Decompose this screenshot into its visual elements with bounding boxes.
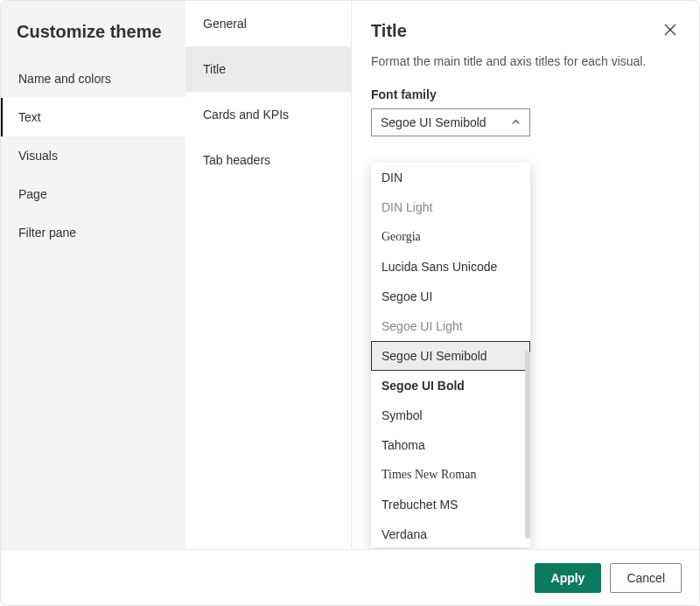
settings-panel: Title Format the main title and axis tit… (352, 1, 699, 549)
primary-nav-item[interactable]: Visuals (1, 136, 186, 175)
font-option[interactable]: Segoe UI (371, 282, 530, 311)
font-option[interactable]: Segoe UI Bold (371, 371, 530, 401)
panel-description: Format the main title and axis titles fo… (371, 54, 680, 68)
secondary-nav-item[interactable]: Tab headers (186, 137, 351, 183)
customize-theme-dialog: Customize theme Name and colorsTextVisua… (0, 0, 700, 606)
font-option[interactable]: Trebuchet MS (371, 490, 530, 519)
panel-heading: Title (371, 21, 407, 41)
dialog-footer: Apply Cancel (1, 549, 699, 605)
font-family-select[interactable]: Segoe UI Semibold (371, 108, 530, 136)
primary-nav-item[interactable]: Filter pane (1, 213, 186, 252)
dropdown-scrollbar[interactable] (525, 351, 530, 539)
secondary-nav: GeneralTitleCards and KPIsTab headers (186, 1, 352, 549)
secondary-nav-item[interactable]: General (186, 1, 351, 46)
font-family-label: Font family (371, 87, 680, 101)
font-family-value: Segoe UI Semibold (381, 115, 486, 129)
dialog-body: Customize theme Name and colorsTextVisua… (1, 1, 699, 549)
primary-nav-item[interactable]: Name and colors (1, 59, 186, 98)
primary-nav-item[interactable]: Page (1, 175, 186, 213)
font-option[interactable]: Symbol (371, 401, 530, 430)
close-button[interactable] (661, 20, 680, 42)
apply-button[interactable]: Apply (535, 563, 602, 593)
font-option[interactable]: Segoe UI Semibold (371, 341, 530, 371)
cancel-button[interactable]: Cancel (610, 563, 682, 593)
chevron-up-icon (511, 115, 521, 129)
font-option[interactable]: Tahoma (371, 430, 530, 460)
primary-nav-item[interactable]: Text (1, 98, 186, 136)
secondary-nav-item[interactable]: Cards and KPIs (186, 92, 351, 137)
font-option[interactable]: Georgia (371, 222, 530, 252)
dialog-title: Customize theme (1, 1, 186, 59)
primary-nav: Customize theme Name and colorsTextVisua… (1, 1, 186, 549)
secondary-nav-item[interactable]: Title (186, 46, 351, 92)
font-option[interactable]: DIN (371, 163, 530, 192)
font-family-dropdown: DINDIN LightGeorgiaLucida Sans UnicodeSe… (371, 163, 530, 547)
font-option[interactable]: Segoe UI Light (371, 311, 530, 341)
close-icon (664, 24, 676, 38)
font-option[interactable]: Times New Roman (371, 460, 530, 490)
font-option[interactable]: Lucida Sans Unicode (371, 252, 530, 282)
font-option[interactable]: Verdana (371, 519, 530, 547)
font-option[interactable]: DIN Light (371, 192, 530, 222)
